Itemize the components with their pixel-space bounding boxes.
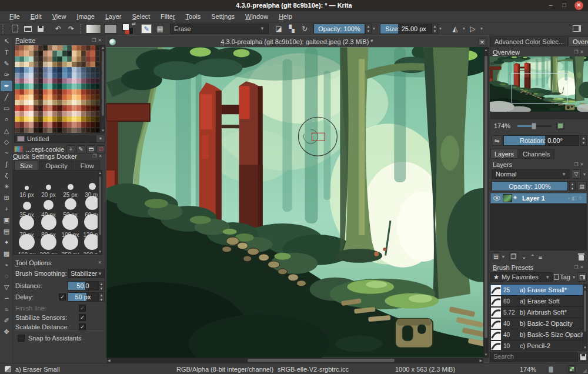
palette-swatch[interactable] (81, 45, 86, 51)
palette-swatch[interactable] (72, 122, 76, 127)
palette-swatch[interactable] (86, 89, 91, 95)
palette-swatch[interactable] (52, 51, 57, 56)
palette-swatch[interactable] (81, 122, 86, 127)
palette-swatch[interactable] (15, 100, 19, 105)
tab-opacity[interactable]: Opacity (39, 161, 73, 170)
palette-swatch[interactable] (72, 84, 76, 89)
palette-swatch[interactable] (91, 78, 95, 84)
palette-swatch[interactable] (19, 45, 24, 51)
palette-swatch[interactable] (86, 51, 91, 56)
size-preset-160px[interactable]: 160 px (16, 234, 38, 255)
palette-swatch[interactable] (48, 100, 52, 105)
palette-swatch[interactable] (15, 45, 19, 51)
palette-swatch[interactable] (95, 122, 100, 127)
canvas-v-scrollbar[interactable]: ▲▼ (483, 47, 489, 358)
overview-viewport-rect[interactable] (512, 73, 567, 103)
rotation-slider[interactable]: Rotation: 0.00° (503, 135, 579, 146)
size-preset-250px[interactable]: 250 px (59, 234, 81, 255)
palette-swatch[interactable] (43, 116, 48, 122)
palette-swatch[interactable] (57, 105, 62, 111)
undo-button[interactable]: ↶ (52, 24, 65, 34)
preset-row[interactable]: 40b) Basic-2 Opacity (490, 318, 583, 329)
palette-swatch[interactable] (29, 105, 34, 111)
multibrush-tool[interactable]: ✳ (1, 181, 12, 192)
mirror-horizontal-button[interactable]: ◭ (449, 24, 462, 34)
freehand-brush-tool[interactable]: ✒ (1, 81, 12, 91)
palette-swatch[interactable] (24, 111, 29, 116)
toolbar-drag-handle[interactable] (2, 24, 6, 34)
calligraphy-tool[interactable]: ✑ (1, 69, 12, 80)
palette-swatch[interactable] (57, 62, 62, 67)
palette-swatch[interactable] (72, 45, 76, 51)
palette-swatch[interactable] (91, 84, 95, 89)
palette-swatch[interactable] (81, 73, 86, 78)
palette-swatch[interactable] (91, 128, 95, 133)
palette-swatch[interactable] (29, 122, 34, 127)
palette-swatch[interactable] (24, 78, 29, 84)
tab-overvi-[interactable]: Overvi... (569, 36, 588, 46)
palette-swatch[interactable] (48, 128, 52, 133)
palette-swatch[interactable] (81, 78, 86, 84)
palette-swatch[interactable] (57, 111, 62, 116)
palette-swatch[interactable] (29, 45, 34, 51)
size-preset-clipped[interactable] (38, 254, 59, 255)
canvas-close-button[interactable]: ✕ (478, 38, 486, 46)
palette-swatch[interactable] (95, 100, 100, 105)
palette-swatch[interactable] (86, 100, 91, 105)
close-docker-icon[interactable]: ✕ (580, 49, 584, 55)
palette-swatch[interactable] (43, 128, 48, 133)
float-docker-icon[interactable]: ❐ (574, 265, 578, 270)
palette-swatch[interactable] (72, 105, 76, 111)
palette-swatch[interactable] (38, 45, 43, 51)
palette-swatch[interactable] (24, 73, 29, 78)
palette-swatch[interactable] (72, 73, 76, 78)
palette-swatch[interactable] (19, 78, 24, 84)
palette-swatch[interactable] (29, 62, 34, 67)
palette-swatch[interactable] (19, 116, 24, 122)
palette-swatch[interactable] (57, 51, 62, 56)
palette-swatch[interactable] (29, 51, 34, 56)
palette-swatch[interactable] (38, 51, 43, 56)
save-button[interactable] (34, 24, 47, 34)
text-tool[interactable]: T (1, 47, 12, 58)
palette-swatch[interactable] (15, 51, 19, 56)
palette-swatch[interactable] (72, 89, 76, 95)
distance-slider[interactable]: 50.0 (68, 281, 98, 290)
palette-swatch[interactable] (76, 122, 81, 127)
palette-swatch[interactable] (81, 89, 86, 95)
palette-swatch[interactable] (29, 128, 34, 133)
similar-color-select-tool[interactable]: ≈ (1, 304, 12, 315)
palette-swatch[interactable] (72, 56, 76, 62)
palette-swatch[interactable] (38, 67, 43, 72)
crop-tool[interactable]: ▣ (1, 215, 12, 225)
float-docker-icon[interactable]: ❐ (574, 162, 578, 167)
palette-swatch[interactable] (43, 73, 48, 78)
palette-swatch[interactable] (48, 78, 52, 84)
brush-preset-list[interactable]: 25a) Eraser Small*60a) Eraser Soft5.72b)… (490, 284, 584, 350)
palette-swatch[interactable] (67, 122, 72, 127)
preset-list-scrollbar[interactable]: ▲▼ (583, 284, 587, 350)
preset-search-input[interactable]: Search (490, 352, 578, 362)
tag-button[interactable]: Tag ▼ (554, 273, 576, 280)
opacity-slider[interactable]: Opacity: 100% (313, 24, 365, 34)
palette-swatch[interactable] (81, 116, 86, 122)
preset-row[interactable]: 25a) Eraser Small* (490, 285, 583, 296)
menu-view[interactable]: View (48, 12, 71, 21)
palette-swatch[interactable] (72, 51, 76, 56)
palette-swatch[interactable] (76, 89, 81, 95)
palette-swatch[interactable] (43, 62, 48, 67)
palette-swatch[interactable] (34, 62, 38, 67)
polygon-select-tool[interactable]: ▽ (1, 282, 12, 292)
palette-swatch[interactable] (81, 51, 86, 56)
preset-row[interactable]: 60a) Eraser Soft (490, 296, 583, 307)
open-document-button[interactable] (21, 24, 34, 34)
workspace-chooser-button[interactable]: ▦ (153, 24, 166, 34)
palette-swatch[interactable] (38, 56, 43, 62)
palette-swatch[interactable] (76, 128, 81, 133)
palette-swatch[interactable] (19, 100, 24, 105)
overview-zoom-slider[interactable] (517, 125, 552, 127)
tab-size[interactable]: Size (14, 161, 38, 170)
layer-filter-button[interactable]: ▽ (572, 169, 581, 179)
palette-grid[interactable] (14, 45, 101, 133)
palette-swatch[interactable] (24, 45, 29, 51)
